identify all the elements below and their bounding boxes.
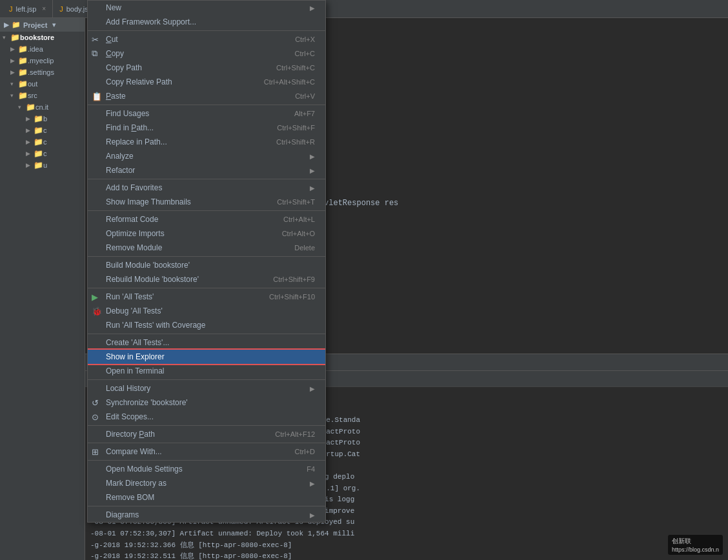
menu-item-mark-directory[interactable]: Mark Directory as ▶ xyxy=(88,476,325,490)
menu-item-find-usages[interactable]: Find Usages Alt+F7 xyxy=(88,106,325,121)
project-icon: 📁 xyxy=(12,21,21,29)
tree-item-out[interactable]: ▾ 📁 out xyxy=(0,78,85,90)
menu-item-show-in-explorer[interactable]: Show in Explorer xyxy=(88,350,325,364)
find-usages-shortcut: Alt+F7 xyxy=(294,110,315,117)
compare-with-shortcut: Ctrl+D xyxy=(295,448,315,455)
menu-arrow-local-history: ▶ xyxy=(310,385,315,392)
menu-item-add-to-favorites[interactable]: Add to Favorites ▶ xyxy=(88,181,325,195)
menu-item-compare-with[interactable]: ⊞ Compare With... Ctrl+D xyxy=(88,445,325,459)
tab-left-jsp[interactable]: J left.jsp × xyxy=(3,0,53,18)
menu-item-cut[interactable]: ✂ Cut Ctrl+X xyxy=(88,32,325,46)
menu-separator-6 xyxy=(88,288,325,288)
menu-arrow-diagrams: ▶ xyxy=(310,512,315,519)
menu-item-edit-scopes[interactable]: ⊙ Edit Scopes... xyxy=(88,410,325,424)
menu-separator-5 xyxy=(88,256,325,257)
menu-item-run-all-tests[interactable]: ▶ Run 'All Tests' Ctrl+Shift+F10 xyxy=(88,290,325,304)
menu-separator-8 xyxy=(88,379,325,380)
menu-item-copy[interactable]: ⧉ Copy Ctrl+C xyxy=(88,46,325,61)
directory-path-shortcut: Ctrl+Alt+F12 xyxy=(275,430,315,438)
menu-item-create-all-tests[interactable]: Create 'All Tests'... xyxy=(88,335,325,350)
tab-close-left[interactable]: × xyxy=(42,5,46,12)
tree-item-bookstore[interactable]: ▾ 📁 bookstore xyxy=(0,32,85,43)
menu-item-copy-relative-path[interactable]: Copy Relative Path Ctrl+Alt+Shift+C xyxy=(88,75,325,89)
menu-arrow-refactor: ▶ xyxy=(310,167,315,174)
tree-item-c2[interactable]: ▶ 📁 c xyxy=(0,136,85,148)
menu-item-reformat-code[interactable]: Reformat Code Ctrl+Alt+L xyxy=(88,212,325,226)
menu-item-rebuild-module-label: Rebuild Module 'bookstore' xyxy=(106,275,267,284)
menu-separator-3 xyxy=(88,179,325,179)
menu-item-optimize-imports-label: Optimize Imports xyxy=(106,229,276,238)
copy-shortcut: Ctrl+C xyxy=(295,50,315,57)
menu-item-remove-module[interactable]: Remove Module Delete xyxy=(88,241,325,255)
log-line-12: -g-2018 19:52:32.366 信息 [http-apr-8080-e… xyxy=(90,540,723,552)
menu-item-replace-in-path[interactable]: Replace in Path... Ctrl+Shift+R xyxy=(88,135,325,149)
tree-item-src[interactable]: ▾ 📁 src xyxy=(0,90,85,101)
menu-item-new[interactable]: New ▶ xyxy=(88,1,325,15)
compare-icon: ⊞ xyxy=(92,447,99,457)
idea-folder-icon: 📁 xyxy=(18,45,28,54)
menu-item-rebuild-module[interactable]: Rebuild Module 'bookstore' Ctrl+Shift+F9 xyxy=(88,272,325,286)
menu-item-build-module[interactable]: Build Module 'bookstore' xyxy=(88,258,325,272)
menu-item-diagrams-label: Diagrams xyxy=(106,510,307,519)
paste-shortcut: Ctrl+V xyxy=(295,92,315,100)
tree-item-settings[interactable]: ▶ 📁 .settings xyxy=(0,66,85,78)
menu-item-open-module-settings[interactable]: Open Module Settings F4 xyxy=(88,462,325,476)
tree-item-c1[interactable]: ▶ 📁 c xyxy=(0,125,85,136)
menu-item-copy-path-label: Copy Path xyxy=(106,63,270,72)
menu-item-directory-path[interactable]: Directory Path Ctrl+Alt+F12 xyxy=(88,427,325,441)
menu-item-add-framework-label: Add Framework Support... xyxy=(106,17,315,26)
show-thumbnails-shortcut: Ctrl+Shift+T xyxy=(277,198,315,206)
menu-item-add-to-favorites-label: Add to Favorites xyxy=(106,183,307,192)
menu-item-add-framework[interactable]: Add Framework Support... xyxy=(88,15,325,29)
menu-item-debug-all-tests-label: Debug 'All Tests' xyxy=(106,306,315,315)
menu-item-local-history[interactable]: Local History ▶ xyxy=(88,381,325,395)
tree-item-myeclip[interactable]: ▶ 📁 .myeclip xyxy=(0,55,85,66)
menu-item-find-in-path-label: Find in Path... xyxy=(106,123,270,132)
menu-separator-11 xyxy=(88,460,325,461)
menu-item-refactor[interactable]: Refactor ▶ xyxy=(88,163,325,177)
context-menu: New ▶ Add Framework Support... ✂ Cut Ctr… xyxy=(87,0,326,523)
menu-separator-10 xyxy=(88,443,325,443)
menu-item-copy-path[interactable]: Copy Path Ctrl+Shift+C xyxy=(88,61,325,75)
menu-item-analyze[interactable]: Analyze ▶ xyxy=(88,149,325,163)
paste-icon: 📋 xyxy=(92,92,102,101)
menu-item-debug-all-tests[interactable]: 🐞 Debug 'All Tests' xyxy=(88,304,325,318)
menu-separator-12 xyxy=(88,506,325,506)
settings-folder-icon: 📁 xyxy=(18,68,28,77)
menu-item-new-label: New xyxy=(106,3,307,12)
menu-separator-1 xyxy=(88,30,325,31)
menu-item-run-with-coverage[interactable]: Run 'All Tests' with Coverage xyxy=(88,318,325,332)
sync-icon: ↺ xyxy=(92,398,99,408)
remove-module-shortcut: Delete xyxy=(294,244,315,252)
menu-item-diagrams[interactable]: Diagrams ▶ xyxy=(88,508,325,522)
menu-separator-9 xyxy=(88,425,325,426)
tree-item-b[interactable]: ▶ 📁 b xyxy=(0,113,85,125)
src-folder-icon: 📁 xyxy=(18,91,28,100)
rebuild-module-shortcut: Ctrl+Shift+F9 xyxy=(273,275,315,283)
menu-item-edit-scopes-label: Edit Scopes... xyxy=(106,412,315,421)
copy-relative-path-shortcut: Ctrl+Alt+Shift+C xyxy=(264,78,315,86)
menu-item-find-in-path[interactable]: Find in Path... Ctrl+Shift+F xyxy=(88,121,325,135)
reformat-shortcut: Ctrl+Alt+L xyxy=(283,215,315,223)
menu-item-optimize-imports[interactable]: Optimize Imports Ctrl+Alt+O xyxy=(88,226,325,241)
menu-arrow-mark-directory: ▶ xyxy=(310,480,315,487)
menu-item-find-usages-label: Find Usages xyxy=(106,109,288,118)
menu-item-directory-path-label: Directory Path xyxy=(106,430,268,439)
log-line-11: -08-01 07:52:30,307] Artifact unnamed: D… xyxy=(90,528,723,540)
menu-item-synchronize[interactable]: ↺ Synchronize 'bookstore' xyxy=(88,395,325,410)
menu-item-show-image-thumbnails[interactable]: Show Image Thumbnails Ctrl+Shift+T xyxy=(88,195,325,209)
tree-item-c3[interactable]: ▶ 📁 c xyxy=(0,148,85,159)
c3-folder-icon: 📁 xyxy=(34,149,43,158)
tree-item-idea[interactable]: ▶ 📁 .idea xyxy=(0,43,85,55)
menu-arrow-analyze: ▶ xyxy=(310,153,315,160)
menu-item-remove-bom[interactable]: Remove BOM xyxy=(88,490,325,505)
sidebar: ▶ 📁 Project ▾ ▾ 📁 bookstore ▶ 📁 .idea ▶ … xyxy=(0,18,85,560)
log-line-13: -g-2018 19:52:32.511 信息 [http-apr-8080-e… xyxy=(90,551,723,560)
menu-item-synchronize-label: Synchronize 'bookstore' xyxy=(106,398,315,407)
menu-item-open-in-terminal[interactable]: Open in Terminal xyxy=(88,364,325,378)
menu-item-copy-relative-path-label: Copy Relative Path xyxy=(106,77,258,86)
menu-item-build-module-label: Build Module 'bookstore' xyxy=(106,261,315,270)
menu-item-paste[interactable]: 📋 Paste Ctrl+V xyxy=(88,89,325,103)
tree-item-cnit[interactable]: ▾ 📁 cn.it xyxy=(0,101,85,113)
tree-item-u[interactable]: ▶ 📁 u xyxy=(0,159,85,171)
